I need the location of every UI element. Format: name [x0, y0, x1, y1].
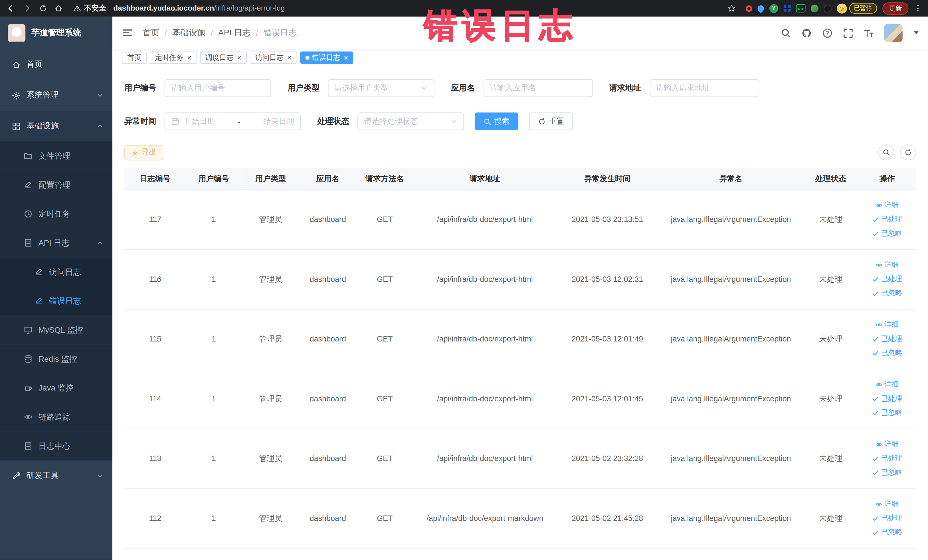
cell-log-id: 114: [124, 369, 186, 429]
sidebar-item-access-log[interactable]: 访问日志: [0, 257, 112, 287]
sidebar-item-job[interactable]: 定时任务: [0, 200, 112, 229]
extension-pin-icon[interactable]: [824, 5, 831, 12]
mark-processed-link[interactable]: 已处理: [872, 334, 902, 344]
export-button[interactable]: 导出: [124, 145, 163, 160]
github-icon[interactable]: [801, 27, 812, 38]
mark-processed-link[interactable]: 已处理: [872, 214, 902, 224]
reset-button[interactable]: 重置: [529, 112, 573, 130]
extension-drop-icon[interactable]: [756, 4, 765, 13]
sidebar-item-api-log[interactable]: API 日志: [0, 229, 112, 258]
sidebar-item-trace[interactable]: 链路追踪: [0, 403, 112, 432]
extension-red-icon[interactable]: [745, 5, 752, 12]
tab-label: 首页: [127, 52, 142, 63]
user-id-input[interactable]: 请输入用户编号: [165, 79, 271, 97]
mark-processed-link[interactable]: 已处理: [872, 274, 902, 284]
process-status-label: 处理状态: [317, 116, 349, 127]
sidebar-item-config[interactable]: 配置管理: [0, 170, 112, 200]
avatar-caret-icon[interactable]: [914, 31, 919, 34]
sidebar-item-home[interactable]: 首页: [0, 49, 112, 80]
exception-time-range-input[interactable]: 开始日期 - 结束日期: [165, 112, 301, 130]
extension-grid-icon[interactable]: [783, 5, 791, 12]
sidebar-item-error-log[interactable]: 错误日志: [0, 287, 112, 316]
refresh-icon: [904, 149, 912, 156]
hamburger-icon[interactable]: [122, 27, 133, 38]
app-name-input[interactable]: 请输入应用名: [483, 79, 593, 97]
check-icon: [872, 455, 879, 462]
breadcrumb-item[interactable]: API 日志: [218, 27, 250, 38]
cell-app-name: dashboard: [300, 189, 356, 249]
close-icon[interactable]: ×: [237, 53, 242, 61]
back-icon[interactable]: [6, 3, 15, 13]
extension-y-icon[interactable]: Y: [769, 4, 778, 12]
view-icon: [876, 500, 883, 508]
tab-item[interactable]: 调度日志×: [200, 51, 247, 64]
date-separator: -: [220, 117, 259, 126]
fullscreen-icon[interactable]: [843, 27, 853, 38]
refresh-table-button[interactable]: [900, 144, 916, 160]
kebab-menu-icon[interactable]: [914, 4, 922, 12]
search-icon[interactable]: [780, 27, 791, 38]
detail-link[interactable]: 详细: [876, 260, 899, 270]
home-icon[interactable]: [55, 4, 63, 12]
reload-icon[interactable]: [39, 4, 47, 12]
detail-link[interactable]: 详细: [876, 499, 899, 509]
request-url-input[interactable]: 请输入请求地址: [650, 79, 759, 97]
mark-ignored-link[interactable]: 已忽略: [872, 407, 902, 418]
detail-link-label: 详细: [884, 439, 899, 449]
close-icon[interactable]: ×: [344, 53, 348, 61]
forward-icon[interactable]: [23, 3, 32, 13]
user-avatar[interactable]: [884, 24, 902, 42]
breadcrumb-item: 错误日志: [263, 27, 296, 38]
tab-item[interactable]: 错误日志×: [300, 51, 353, 64]
folder-icon: [24, 151, 32, 160]
close-icon[interactable]: ×: [187, 53, 192, 61]
extension-leaf-icon[interactable]: [810, 5, 818, 12]
mark-ignored-link[interactable]: 已忽略: [872, 468, 902, 478]
mark-processed-link[interactable]: 已处理: [872, 394, 902, 404]
mark-ignored-link[interactable]: 已忽略: [872, 348, 902, 358]
sidebar-item-redis[interactable]: Redis 监控: [0, 344, 112, 374]
detail-link[interactable]: 详细: [876, 439, 899, 449]
help-icon[interactable]: ?: [822, 27, 833, 38]
address-bar[interactable]: dashboard.yudao.iocoder.cn /infra/log/ap…: [113, 4, 285, 12]
sidebar-item-dev-tools[interactable]: 研发工具: [0, 461, 112, 491]
sidebar-item-system[interactable]: 系统管理: [0, 80, 112, 111]
mark-processed-link[interactable]: 已处理: [872, 453, 902, 463]
navbar-icons: ?: [780, 24, 918, 42]
browser-update-button[interactable]: 更新: [882, 2, 908, 15]
sidebar-item-java[interactable]: Java 监控: [0, 374, 112, 403]
table-row: 1121管理员dashboardGET/api/infra/db-doc/exp…: [124, 488, 916, 548]
breadcrumb-item[interactable]: 基础设施: [172, 27, 205, 38]
tab-item[interactable]: 首页: [122, 51, 147, 64]
detail-link[interactable]: 详细: [876, 319, 899, 330]
detail-link[interactable]: 详细: [876, 379, 899, 389]
tab-item[interactable]: 定时任务×: [150, 51, 197, 64]
browser-window: 不安全 dashboard.yudao.iocoder.cn /infra/lo…: [0, 0, 928, 560]
browser-profile[interactable]: 已暂停: [836, 3, 877, 14]
font-size-icon[interactable]: [864, 27, 874, 38]
detail-link[interactable]: 详细: [876, 200, 899, 210]
process-status-select[interactable]: 请选择处理状态: [357, 112, 464, 130]
sidebar-item-infra[interactable]: 基础设施: [0, 111, 112, 142]
sidebar-item-mysql[interactable]: MySQL 监控: [0, 316, 112, 345]
mark-ignored-link[interactable]: 已忽略: [872, 527, 902, 537]
mark-processed-link-label: 已处理: [881, 214, 902, 224]
sidebar-item-file[interactable]: 文件管理: [0, 142, 112, 171]
user-id-placeholder: 请输入用户编号: [171, 83, 225, 93]
sidebar-item-label: Java 监控: [38, 383, 73, 393]
breadcrumb-item[interactable]: 首页: [143, 27, 159, 38]
mark-ignored-link[interactable]: 已忽略: [872, 288, 902, 298]
sidebar-item-log-center[interactable]: 日志中心: [0, 431, 112, 461]
bookmark-star-icon[interactable]: [727, 4, 736, 12]
cell-request-method: GET: [356, 429, 414, 488]
extension-on-badge[interactable]: on: [796, 4, 805, 12]
app-logo[interactable]: 芋道管理系统: [0, 17, 112, 49]
mark-ignored-link[interactable]: 已忽略: [872, 229, 902, 238]
search-toggle-button[interactable]: [878, 144, 894, 160]
user-type-select[interactable]: 请选择用户类型: [328, 79, 434, 97]
security-chip[interactable]: 不安全: [73, 3, 106, 13]
search-button[interactable]: 搜索: [475, 112, 519, 130]
tab-item[interactable]: 访问日志×: [250, 51, 297, 64]
mark-processed-link[interactable]: 已处理: [872, 513, 902, 523]
close-icon[interactable]: ×: [287, 53, 292, 61]
